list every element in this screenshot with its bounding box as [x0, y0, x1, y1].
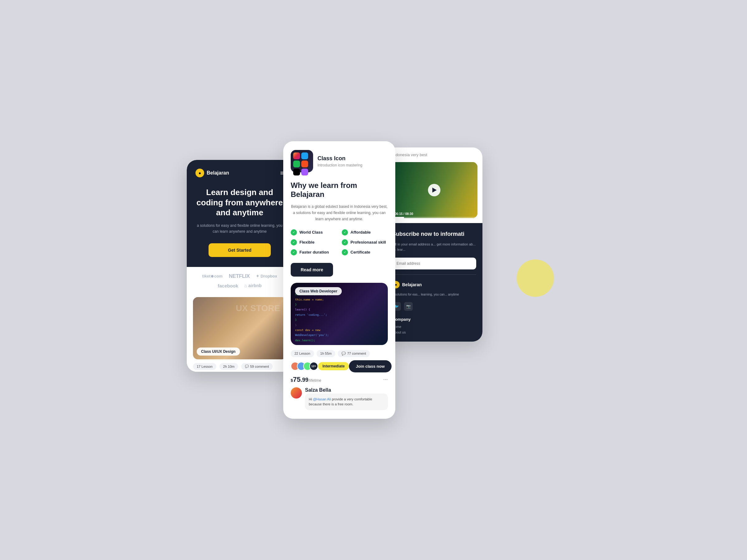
avatar-count: 12+ — [309, 362, 318, 371]
check-icon: ✓ — [342, 239, 348, 245]
logo-area: ● Belajaran — [196, 169, 229, 177]
class-uiux-image: UX STORE Class UI/UX Design — [193, 297, 286, 359]
tiket-logo: tiketcom — [202, 274, 223, 278]
comment-count: 💬 59 comment — [241, 363, 273, 370]
webdev-stats: 22 Lesson 1h 55m 💬 77 comment — [291, 350, 388, 357]
twitter-icon — [301, 153, 308, 159]
home-link[interactable]: Home — [392, 325, 476, 328]
class-icon-info: Class Icon Introduction icon mastering — [317, 155, 362, 167]
feature-world-class: ✓ World Class — [291, 229, 337, 236]
social-icons: 🐦 📷 — [392, 302, 476, 311]
feature-professional: ✓ Profesionasal skill — [342, 239, 388, 245]
more-options-icon[interactable]: ··· — [383, 376, 388, 383]
feature-faster: ✓ Faster duration — [291, 249, 337, 256]
check-icon: ✓ — [291, 239, 297, 245]
class-webdev-card[interactable]: class WebDeveloper { constructor(name) {… — [291, 283, 388, 345]
lesson-count: 17 Lesson — [193, 363, 216, 370]
duration: 2h 10m — [220, 363, 238, 370]
class-uiux-card[interactable]: UX STORE Class UI/UX Design — [193, 297, 286, 359]
video-thumbnail: 06:15 / 08:30 — [391, 162, 478, 218]
check-icon: ✓ — [291, 249, 297, 256]
instagram-icon — [293, 153, 300, 159]
logo-icon: ● — [196, 169, 204, 177]
check-icon: ✓ — [342, 229, 348, 236]
webdev-lessons: 22 Lesson — [291, 350, 314, 357]
feature-label: Certificate — [351, 250, 370, 255]
scene: ● Belajaran ≡ Learn design and coding fr… — [187, 141, 560, 419]
class-icon-title: Class Icon — [317, 155, 362, 162]
navbar: ● Belajaran ≡ — [196, 169, 284, 177]
class-icon-subtitle: Introduction icon mastering — [317, 163, 362, 167]
tiktok-icon — [293, 169, 300, 176]
email-input[interactable] — [392, 258, 476, 269]
figma-icon — [301, 161, 308, 167]
comment-icon: 💬 — [245, 365, 249, 368]
feature-certificate: ✓ Certificate — [342, 249, 388, 256]
subscribe-desc: Fill in your email address a... get more… — [392, 242, 476, 252]
comment-text: Hi @Hasan Ali provide a very comfortable… — [305, 394, 388, 410]
price-row: $75.99/lifetime ··· — [291, 375, 388, 383]
join-button[interactable]: Join class now — [349, 360, 391, 372]
video-progress-bar — [391, 217, 478, 218]
hero-subtitle: a solutions for easy and flexible online… — [196, 223, 284, 235]
webdev-badge: Class Web Developer — [295, 287, 342, 295]
comment-icon: 💬 — [341, 351, 346, 355]
mention-user: @Hasan Ali — [313, 397, 331, 401]
class-uiux-stats: 17 Lesson 2h 10m 💬 59 comment — [187, 359, 292, 372]
feature-label: Profesionasal skill — [351, 240, 386, 244]
divider — [392, 274, 476, 275]
airbnb-logo: ⌂ airbnb — [244, 283, 261, 288]
feature-label: Faster duration — [300, 250, 329, 255]
feature-flexible: ✓ Flexible — [291, 239, 337, 245]
class-uiux-badge: Class UI/UX Design — [197, 348, 240, 355]
feature-label: Flexible — [300, 240, 314, 244]
feature-affordable: ✓ Affordable — [342, 229, 388, 236]
price-value: 75 — [293, 375, 300, 383]
phone-left: ● Belajaran ≡ Learn design and coding fr… — [187, 160, 292, 372]
dropbox-logo: ✦ Dropbox — [256, 274, 277, 278]
get-started-button[interactable]: Get Started — [209, 243, 271, 257]
check-icon: ✓ — [291, 229, 297, 236]
level-badge: Intermediate — [318, 362, 349, 370]
middle-content: Class Icon Introduction icon mastering W… — [283, 141, 395, 419]
play-button[interactable] — [428, 184, 440, 196]
spotify-icon — [293, 161, 300, 167]
webdev-image: class WebDeveloper { constructor(name) {… — [291, 283, 388, 345]
read-more-button[interactable]: Read more — [291, 263, 333, 276]
feature-label: Affordable — [351, 230, 371, 235]
instagram-social-icon[interactable]: 📷 — [404, 302, 413, 311]
footer-logo: ● Belajaran — [392, 281, 476, 288]
play-triangle-icon — [432, 188, 437, 193]
app-icons-grid — [291, 150, 313, 172]
footer-links: Home About us — [392, 325, 476, 334]
price: $75.99/lifetime — [291, 375, 321, 383]
why-title: Why we learn from Belajaran — [291, 181, 388, 199]
indonesia-text: Indonesia very best — [386, 148, 483, 162]
right-top: Indonesia very best 06:15 / 08:30 — [386, 148, 483, 223]
brand-logos: tiketcom NETFLIX ✦ Dropbox facebook ⌂ ai… — [187, 273, 292, 295]
about-link[interactable]: About us — [392, 330, 476, 334]
subscribe-section: Subscribe now to informati Fill in your … — [386, 223, 483, 342]
netflix-logo: NETFLIX — [229, 273, 250, 279]
phone-middle: Class Icon Introduction icon mastering W… — [283, 141, 395, 419]
commenter-name: Salza Bella — [305, 387, 388, 393]
student-avatars: 12+ — [291, 362, 318, 371]
logo-text: Belajaran — [207, 170, 229, 176]
class-icon-section: Class Icon Introduction icon mastering — [291, 150, 388, 172]
facebook-logo: facebook — [218, 283, 238, 288]
footer-description: a solutions for eas... learning, you can… — [392, 292, 476, 297]
video-timestamp: 06:15 / 08:30 — [395, 212, 413, 216]
comment-section: Salza Bella Hi @Hasan Ali provide a very… — [291, 387, 388, 410]
extra-icon — [301, 169, 308, 176]
commenter-avatar — [291, 387, 302, 399]
price-period: /lifetime — [308, 378, 321, 383]
hero-title: Learn design and coding from anywhere an… — [196, 187, 284, 218]
webdev-comments: 💬 77 comment — [338, 350, 370, 357]
subscribe-title: Subscribe now to informati — [392, 231, 476, 238]
check-icon: ✓ — [342, 249, 348, 256]
video-card[interactable]: 06:15 / 08:30 — [391, 162, 478, 218]
brands-section: tiketcom NETFLIX ✦ Dropbox facebook ⌂ ai… — [187, 267, 292, 372]
hero-section: ● Belajaran ≡ Learn design and coding fr… — [187, 160, 292, 267]
footer-brand-name: Belajaran — [402, 282, 422, 287]
company-title: Company — [392, 317, 476, 322]
